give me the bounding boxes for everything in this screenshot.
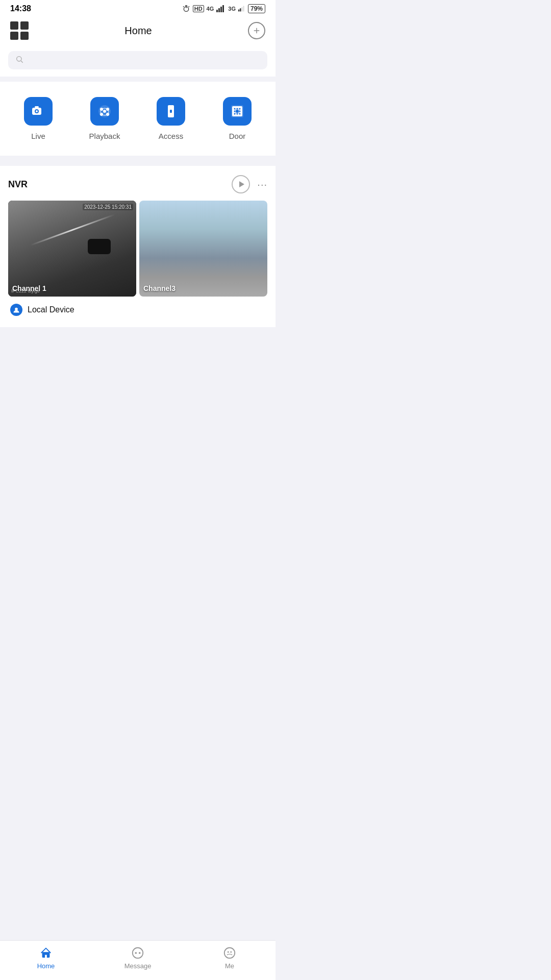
svg-rect-24 xyxy=(170,110,172,113)
nvr-section: NVR ··· 2023-12-25 15:20:31 Channel 1 IP… xyxy=(0,166,276,327)
svg-point-39 xyxy=(15,308,18,311)
search-field[interactable] xyxy=(8,51,267,69)
svg-rect-3 xyxy=(220,7,222,12)
local-device[interactable]: Local Device xyxy=(8,297,267,319)
action-access-label: Access xyxy=(159,132,183,140)
signal-icon xyxy=(216,5,226,12)
svg-rect-5 xyxy=(238,10,239,12)
grid-menu-icon[interactable] xyxy=(10,21,29,40)
camera-grid: 2023-12-25 15:20:31 Channel 1 IPC222 diy… xyxy=(8,201,267,297)
signal-3g: 3G xyxy=(228,6,236,12)
alarm-icon xyxy=(182,5,190,13)
nvr-more-button[interactable]: ··· xyxy=(257,179,267,190)
search-icon xyxy=(15,55,23,65)
svg-point-11 xyxy=(17,57,21,61)
svg-rect-8 xyxy=(243,6,244,12)
access-icon-bg xyxy=(157,97,185,126)
svg-line-12 xyxy=(21,61,23,63)
hd-badge: HD xyxy=(193,5,204,12)
action-playback[interactable]: Playback xyxy=(84,97,125,140)
signal-icon-2 xyxy=(238,5,245,12)
plus-icon xyxy=(252,26,261,35)
playback-icon-bg xyxy=(90,97,119,126)
nvr-header: NVR ··· xyxy=(8,175,267,193)
camera-label-ch3: Channel3 xyxy=(143,284,176,292)
status-bar: 14:38 HD 4G 3G 79% xyxy=(0,0,276,16)
add-button[interactable] xyxy=(248,22,265,39)
page-title: Home xyxy=(124,25,152,37)
quick-actions: Live Playback Access xyxy=(0,82,276,156)
camera-cell-ch3[interactable]: Channel3 xyxy=(139,201,267,297)
nvr-actions: ··· xyxy=(232,175,267,193)
playback-icon xyxy=(96,103,113,119)
action-door[interactable]: Door xyxy=(217,97,258,140)
live-icon xyxy=(30,103,46,119)
door-icon xyxy=(229,103,245,119)
svg-point-22 xyxy=(103,110,106,113)
action-live[interactable]: Live xyxy=(18,97,59,140)
nvr-title: NVR xyxy=(8,179,28,190)
svg-rect-4 xyxy=(222,5,224,12)
action-door-label: Door xyxy=(229,132,246,140)
local-device-label: Local Device xyxy=(28,305,74,314)
header: Home xyxy=(0,16,276,47)
status-icons: HD 4G 3G 79% xyxy=(182,4,265,13)
svg-point-15 xyxy=(36,110,38,112)
svg-marker-38 xyxy=(239,181,244,187)
svg-rect-6 xyxy=(240,8,241,11)
action-access[interactable]: Access xyxy=(151,97,191,140)
svg-point-37 xyxy=(236,110,239,113)
battery-indicator: 79% xyxy=(248,4,265,13)
svg-rect-7 xyxy=(241,7,242,12)
signal-4g: 4G xyxy=(207,6,214,12)
live-icon-bg xyxy=(24,97,53,126)
door-icon-bg xyxy=(223,97,252,126)
camera-cell-ch1[interactable]: 2023-12-25 15:20:31 Channel 1 IPC222 diy… xyxy=(8,201,136,297)
camera-device-ch1: IPC222 diyige xyxy=(11,289,40,293)
action-playback-label: Playback xyxy=(89,132,120,140)
status-time: 14:38 xyxy=(10,4,31,13)
nvr-play-button[interactable] xyxy=(232,175,250,193)
play-icon xyxy=(237,180,245,188)
device-icon xyxy=(13,306,20,313)
camera-timestamp-ch1: 2023-12-25 15:20:31 xyxy=(83,204,133,210)
action-live-label: Live xyxy=(31,132,45,140)
local-device-icon xyxy=(10,304,22,316)
access-icon xyxy=(163,103,179,119)
search-bar xyxy=(0,47,276,77)
svg-rect-16 xyxy=(35,106,39,108)
svg-rect-1 xyxy=(216,10,218,12)
svg-rect-2 xyxy=(218,8,220,12)
